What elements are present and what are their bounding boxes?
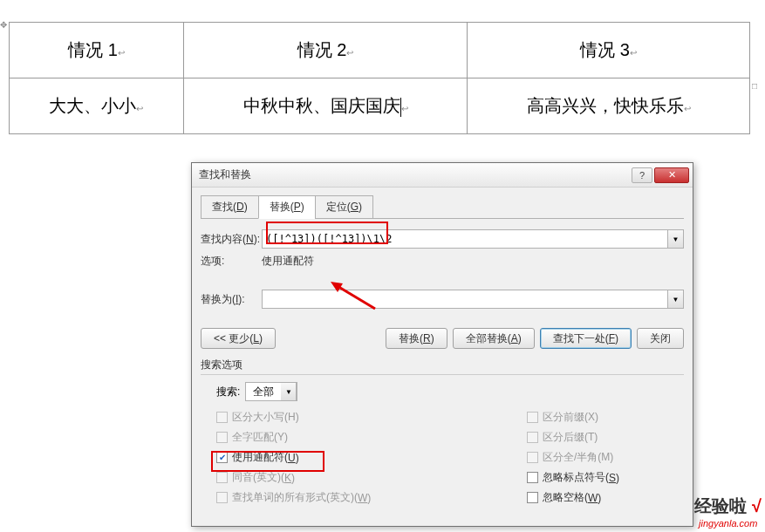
cell-r1c2[interactable]: 情况 2↩ xyxy=(183,23,467,78)
cell-r1c1[interactable]: 情况 1↩ xyxy=(10,23,184,78)
help-button[interactable]: ? xyxy=(632,167,652,183)
check-sounds-like: 同音(英文)(K) xyxy=(216,470,527,485)
close-dialog-button[interactable]: 关闭 xyxy=(637,328,684,349)
options-value: 使用通配符 xyxy=(262,254,314,269)
cell-r2c3[interactable]: 高高兴兴，快快乐乐↩ xyxy=(468,78,750,134)
replace-button[interactable]: 替换(R) xyxy=(386,328,447,349)
find-dropdown-button[interactable]: ▼ xyxy=(668,229,684,249)
replace-label: 替换为(I): xyxy=(201,292,262,307)
tab-find[interactable]: 查找(D) xyxy=(201,195,259,219)
check-width: 区分全/半角(M) xyxy=(527,450,684,465)
cell-r2c1[interactable]: 大大、小小↩ xyxy=(10,78,184,134)
table-handle-icon: ✥ xyxy=(0,20,7,30)
find-input[interactable] xyxy=(262,229,668,249)
less-button[interactable]: << 更少(L) xyxy=(201,328,276,349)
example-table: 情况 1↩ 情况 2↩ 情况 3↩ 大大、小小↩ 中秋中秋、国庆国庆↩ 高高兴兴… xyxy=(9,22,750,134)
chevron-down-icon: ▼ xyxy=(281,382,297,401)
search-direction-label: 搜索: xyxy=(216,385,240,399)
search-options-label: 搜索选项 xyxy=(201,358,684,372)
check-match-case: 区分大小写(H) xyxy=(216,410,527,425)
check-whole-word: 全字匹配(Y) xyxy=(216,430,527,445)
replace-input[interactable] xyxy=(262,290,668,309)
check-ignore-space[interactable]: 忽略空格(W) xyxy=(527,490,684,505)
tab-replace[interactable]: 替换(P) xyxy=(258,195,316,219)
tab-strip: 查找(D) 替换(P) 定位(G) xyxy=(201,194,684,219)
titlebar[interactable]: 查找和替换 ? ✕ xyxy=(192,163,693,188)
replace-dropdown-button[interactable]: ▼ xyxy=(668,290,684,309)
find-replace-dialog: 查找和替换 ? ✕ 查找(D) 替换(P) 定位(G) 查找内容(N): ▼ 选… xyxy=(191,162,693,527)
dialog-title: 查找和替换 xyxy=(195,167,630,182)
find-label: 查找内容(N): xyxy=(201,232,262,247)
divider xyxy=(201,374,684,375)
replace-all-button[interactable]: 全部替换(A) xyxy=(453,328,535,349)
find-next-button[interactable]: 查找下一处(F) xyxy=(540,328,632,349)
cell-r1c3[interactable]: 情况 3↩ xyxy=(468,23,750,78)
close-button[interactable]: ✕ xyxy=(654,167,689,183)
watermark: 经验啦 √ jingyanla.com xyxy=(694,494,762,529)
options-label: 选项: xyxy=(201,254,262,269)
check-suffix: 区分后缀(T) xyxy=(527,430,684,445)
search-direction-select[interactable]: 全部 ▼ xyxy=(245,382,297,401)
check-word-forms: 查找单词的所有形式(英文)(W) xyxy=(216,490,527,505)
check-icon: √ xyxy=(752,496,762,515)
tab-goto[interactable]: 定位(G) xyxy=(315,195,373,219)
check-wildcards[interactable]: ✔使用通配符(U) xyxy=(216,450,527,465)
cell-r2c2[interactable]: 中秋中秋、国庆国庆↩ xyxy=(183,78,467,134)
check-ignore-punct[interactable]: 忽略标点符号(S) xyxy=(527,470,684,485)
check-prefix: 区分前缀(X) xyxy=(527,410,684,425)
table-resize-icon: □ xyxy=(752,81,757,91)
